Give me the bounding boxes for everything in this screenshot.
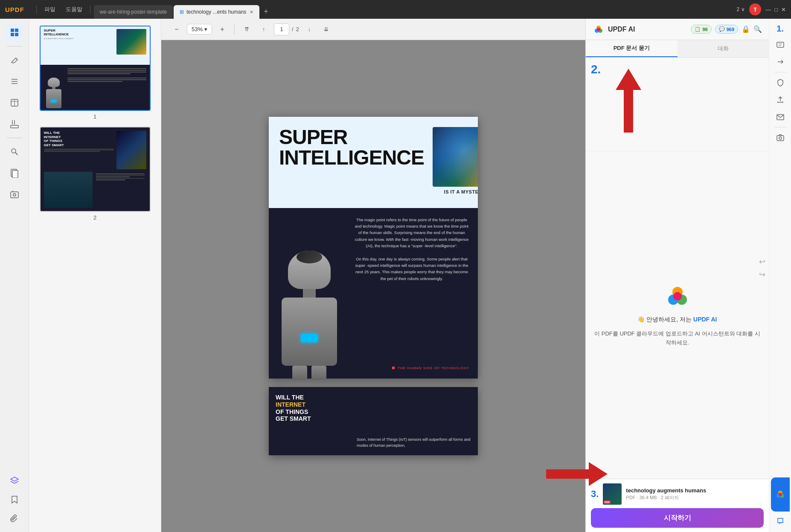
- menu-help[interactable]: 도움말: [61, 4, 87, 15]
- sidebar-book-btn[interactable]: [5, 93, 24, 112]
- nav-last-btn[interactable]: ⇊: [320, 23, 333, 36]
- sidebar-bookmark-btn[interactable]: [5, 490, 24, 509]
- menu-file[interactable]: 파일: [40, 4, 60, 15]
- ai-tab-chat[interactable]: 대화: [678, 40, 769, 57]
- sidebar-attach-btn[interactable]: [5, 509, 24, 528]
- sidebar-layers-btn[interactable]: [5, 471, 24, 490]
- start-button[interactable]: 시작하기: [591, 508, 764, 528]
- thumbnail-frame-2: WILL THEINTERNETOF THINGSGET SMART: [40, 127, 151, 212]
- thumbnail-item-1[interactable]: SUPERINTELLIGENCE IS IT A MYSTERY, OR IS…: [40, 26, 151, 120]
- ai-title: UPDF AI: [608, 26, 635, 33]
- step1-blue-btn[interactable]: [771, 477, 790, 512]
- footer-dot: [392, 367, 395, 369]
- right-chat-btn[interactable]: [773, 513, 788, 529]
- page2-left: WILL THE INTERNET OF THINGS GET SMART: [269, 387, 350, 455]
- pdf-filename: technology augments humans: [626, 487, 706, 494]
- pdf-page-2: WILL THE INTERNET OF THINGS GET SMART So…: [269, 387, 478, 455]
- user-avatar[interactable]: T: [749, 3, 761, 15]
- svg-marker-21: [11, 477, 18, 481]
- right-protect-btn[interactable]: [773, 75, 788, 90]
- tab-add-btn[interactable]: +: [260, 7, 272, 16]
- svg-point-14: [12, 149, 16, 153]
- ai-bottom-card: 3. PDF technology augments humans PDF · …: [586, 479, 769, 532]
- undo-btn[interactable]: ↩: [759, 257, 765, 266]
- svg-rect-2: [11, 33, 14, 36]
- tab-hiring[interactable]: we-are-hiring-poster-template: [94, 5, 173, 19]
- svg-point-29: [673, 292, 682, 301]
- search-icon[interactable]: 🔍: [753, 25, 762, 33]
- right-photo-btn[interactable]: [773, 130, 788, 145]
- ai-logo-area: UPDF AI: [593, 23, 635, 35]
- sidebar-screenshot-btn[interactable]: [5, 185, 24, 204]
- ai-tab-read[interactable]: PDF 문서 묻기: [586, 40, 678, 57]
- robot-chest-light: [301, 334, 318, 342]
- titlebar-divider2: [90, 5, 90, 14]
- robot-legs: [277, 366, 341, 379]
- ai-main-area: 2. 👋 안녕하세요, 저는 UPDF AI: [586, 58, 769, 479]
- right-share-btn[interactable]: [773, 92, 788, 107]
- svg-point-39: [779, 493, 782, 496]
- page1-title-line1: SUPER: [279, 127, 424, 147]
- sidebar-list-btn[interactable]: [5, 72, 24, 91]
- close-btn[interactable]: ✕: [781, 6, 786, 13]
- robot-body: [282, 298, 337, 366]
- robot-visor: [297, 251, 322, 263]
- sidebar-edit-btn[interactable]: [5, 115, 24, 133]
- sidebar-annotate-btn[interactable]: [5, 51, 24, 69]
- pdf-viewer: − 53% ▾ + ⇈ ↑ / 2 ↓ ⇊ S: [161, 19, 585, 532]
- right-email-btn[interactable]: [773, 109, 788, 124]
- zoom-display[interactable]: 53% ▾: [187, 24, 212, 35]
- robot-leg-left: [292, 366, 307, 379]
- maximize-btn[interactable]: □: [774, 6, 778, 13]
- titlebar-menu: 파일 도움말: [40, 4, 87, 15]
- tab-close-btn[interactable]: ✕: [250, 9, 253, 15]
- step1-indicator: 1.: [776, 22, 784, 35]
- sidebar-div2: [7, 138, 22, 138]
- thumbnail-number-1: 1: [93, 113, 96, 120]
- sidebar-bottom: [5, 471, 24, 528]
- pdf-info: technology augments humans PDF · 36.4 MB…: [626, 487, 706, 501]
- page2-subtitle: Soon, Internet of Things (IoT) sensors w…: [357, 437, 471, 448]
- svg-point-25: [597, 28, 600, 31]
- main-layout: SUPERINTELLIGENCE IS IT A MYSTERY, OR IS…: [0, 19, 791, 532]
- updf-ai-flower-icon: [593, 23, 605, 35]
- page1-title-line2: INTELLIGENCE: [279, 147, 424, 168]
- greeting-text: 👋 안녕하세요, 저는 UPDF AI: [637, 316, 717, 324]
- nav-next-btn[interactable]: ↓: [302, 23, 316, 36]
- page-total: 2: [296, 26, 299, 32]
- page1-top: SUPER INTELLIGENCE IS IT A MYSTERY, OR I…: [269, 117, 478, 208]
- redo-btn[interactable]: ↪: [759, 270, 765, 279]
- svg-rect-1: [15, 29, 18, 32]
- svg-line-15: [15, 153, 17, 155]
- nav-prev-btn[interactable]: ↑: [257, 23, 270, 36]
- thumbnail-panel: SUPERINTELLIGENCE IS IT A MYSTERY, OR IS…: [29, 19, 161, 532]
- right-ocr-btn[interactable]: [773, 37, 788, 52]
- pdf-thumbnail-mini: PDF: [603, 483, 622, 505]
- minimize-btn[interactable]: —: [765, 6, 771, 13]
- sidebar-search2-btn[interactable]: [5, 142, 24, 161]
- svg-rect-30: [777, 42, 784, 47]
- sidebar-thumbnail-btn[interactable]: [5, 23, 24, 42]
- nav-first-btn[interactable]: ⇈: [240, 23, 253, 36]
- page-input[interactable]: [274, 23, 289, 35]
- ai-panel-header: UPDF AI 📋 98 💬 969 🔒 🔍: [586, 19, 769, 40]
- badge-blue-value: 969: [727, 27, 734, 32]
- tab-icon: ⊞: [180, 9, 184, 15]
- robot-neck: [303, 289, 316, 298]
- zoom-in-btn[interactable]: +: [215, 23, 229, 36]
- sidebar-pages-btn[interactable]: [5, 164, 24, 182]
- titlebar-right: 2 ∨ T — □ ✕: [736, 3, 786, 15]
- right-convert-btn[interactable]: [773, 54, 788, 69]
- svg-rect-0: [11, 29, 14, 32]
- pdf-toolbar: − 53% ▾ + ⇈ ↑ / 2 ↓ ⇊: [161, 19, 585, 40]
- thumbnail-item-2[interactable]: WILL THEINTERNETOF THINGSGET SMART: [40, 127, 151, 221]
- greeting-emoji: 👋: [637, 316, 645, 323]
- svg-rect-17: [12, 171, 18, 178]
- page2-title: WILL THE INTERNET OF THINGS GET SMART: [276, 394, 343, 422]
- pdf-page-1: SUPER INTELLIGENCE IS IT A MYSTERY, OR I…: [269, 117, 478, 379]
- ai-tabs: PDF 문서 묻기 대화: [586, 40, 769, 58]
- tab-technology[interactable]: ⊞ technology ...ents humans ✕: [174, 5, 259, 19]
- page1-text-area: The magic point refers to the time point…: [350, 208, 478, 379]
- zoom-out-btn[interactable]: −: [170, 23, 183, 36]
- page1-bottom: The magic point refers to the time point…: [269, 208, 478, 379]
